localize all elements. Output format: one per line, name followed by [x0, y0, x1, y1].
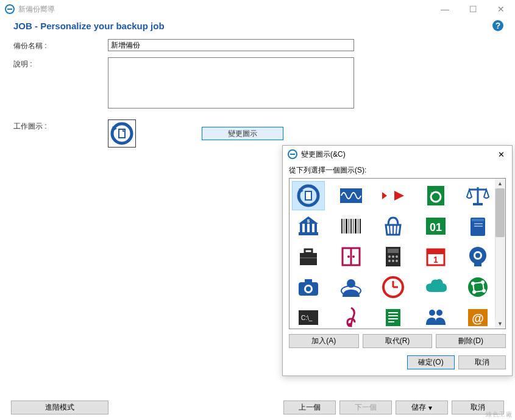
svg-point-51 — [396, 255, 398, 258]
icon-option-camera[interactable] — [292, 272, 325, 302]
icon-option-users-group[interactable] — [419, 303, 452, 329]
icon-option-backup-doc-green[interactable] — [419, 181, 452, 210]
description-input[interactable] — [108, 57, 354, 109]
icon-option-cloud[interactable] — [419, 272, 452, 302]
svg-text:C:\_: C:\_ — [301, 315, 313, 321]
icon-option-document-lines[interactable] — [377, 303, 410, 329]
icon-option-treble-clef[interactable] — [335, 303, 368, 329]
icon-option-command-prompt[interactable]: C:\_ — [292, 303, 325, 329]
svg-rect-63 — [305, 279, 312, 283]
svg-rect-5 — [119, 129, 125, 138]
svg-rect-1 — [7, 9, 12, 10]
svg-rect-83 — [386, 309, 400, 326]
close-button[interactable]: ✕ — [487, 0, 515, 18]
svg-line-31 — [389, 225, 390, 235]
icon-option-at-sign[interactable]: @ — [461, 303, 494, 329]
svg-point-54 — [396, 260, 398, 262]
scroll-down-arrow[interactable]: ▼ — [495, 319, 505, 329]
add-icon-button[interactable]: 加入(A) — [289, 334, 359, 348]
svg-point-50 — [392, 255, 394, 258]
scrollbar-track[interactable]: ▲ ▼ — [495, 179, 505, 329]
window-title: 新備份嚮導 — [18, 4, 431, 15]
svg-rect-9 — [305, 191, 311, 200]
icon-option-arrow-fast[interactable] — [377, 181, 410, 210]
svg-text:?: ? — [495, 21, 501, 30]
icon-option-briefcase[interactable] — [292, 242, 325, 271]
svg-rect-40 — [300, 253, 317, 265]
change-icon-button[interactable]: 變更圖示 — [202, 127, 283, 140]
job-icon-preview — [108, 119, 136, 148]
backup-name-label: 備份名稱 : — [13, 39, 108, 51]
icon-option-clock[interactable] — [377, 272, 410, 302]
svg-text:$: $ — [307, 218, 310, 224]
save-button[interactable]: 儲存▾ — [396, 400, 448, 415]
icon-option-basket[interactable] — [377, 212, 410, 241]
svg-rect-56 — [427, 249, 444, 254]
dropdown-arrow-icon: ▾ — [428, 404, 432, 412]
backup-name-input[interactable] — [108, 39, 354, 51]
help-icon[interactable]: ? — [492, 20, 504, 32]
icon-option-book[interactable] — [461, 212, 494, 241]
svg-rect-17 — [305, 224, 307, 232]
scroll-up-arrow[interactable]: ▲ — [495, 179, 505, 188]
watermark-text: 綠色工廠 — [486, 410, 513, 419]
job-icon-label: 工作圖示 : — [13, 119, 108, 132]
icon-option-calendar[interactable]: 1 — [419, 242, 452, 271]
svg-point-46 — [352, 255, 355, 258]
advanced-mode-button[interactable]: 進階模式 — [11, 400, 108, 415]
svg-rect-22 — [341, 219, 343, 233]
svg-rect-26 — [350, 219, 352, 233]
svg-point-49 — [388, 255, 391, 258]
svg-point-53 — [392, 260, 394, 262]
svg-point-52 — [388, 260, 391, 262]
svg-rect-24 — [346, 219, 347, 233]
icon-list-label: 從下列選擇一個圖示(S): — [289, 165, 506, 176]
wizard-footer: 進階模式 上一個 下一個 儲存▾ 取消 — [11, 400, 504, 415]
svg-point-60 — [475, 253, 480, 258]
svg-point-65 — [306, 287, 311, 291]
svg-point-88 — [429, 310, 435, 316]
svg-rect-28 — [355, 219, 357, 233]
dialog-title: 變更圖示(&C) — [301, 149, 495, 160]
icon-option-bank[interactable]: $ — [292, 212, 325, 241]
svg-rect-15 — [473, 203, 483, 205]
svg-rect-41 — [305, 249, 312, 253]
svg-rect-29 — [358, 219, 358, 233]
icon-option-barcode[interactable] — [335, 212, 368, 241]
delete-icon-button[interactable]: 刪除(D) — [436, 334, 506, 348]
icon-grid: $011C:\_@ — [289, 179, 505, 329]
icon-option-calculator[interactable] — [377, 242, 410, 271]
scrollbar-thumb[interactable] — [495, 188, 505, 237]
svg-point-82 — [348, 323, 352, 327]
svg-point-71 — [468, 277, 488, 297]
svg-rect-61 — [474, 263, 481, 266]
icon-option-user-circle[interactable] — [335, 272, 368, 302]
icon-option-backup-restore[interactable] — [292, 181, 325, 210]
svg-text:1: 1 — [433, 255, 438, 265]
svg-line-33 — [396, 225, 397, 235]
minimize-button[interactable]: — — [431, 0, 459, 18]
next-button: 下一個 — [339, 400, 392, 415]
dialog-ok-button[interactable]: 確定(O) — [407, 355, 455, 369]
icon-option-balance-scale[interactable] — [461, 181, 494, 210]
icon-option-webcam[interactable] — [461, 242, 494, 271]
dialog-cancel-button[interactable]: 取消 — [458, 355, 506, 369]
svg-rect-20 — [299, 232, 318, 235]
svg-rect-7 — [290, 154, 295, 155]
svg-point-89 — [436, 310, 442, 316]
icon-option-audio-wave[interactable] — [335, 181, 368, 210]
maximize-button[interactable]: ☐ — [459, 0, 487, 18]
prev-button[interactable]: 上一個 — [283, 400, 336, 415]
icon-option-binary-01[interactable]: 01 — [419, 212, 452, 241]
icon-option-globe-network[interactable] — [461, 272, 494, 302]
dialog-close-button[interactable]: ✕ — [495, 148, 507, 160]
svg-rect-18 — [310, 224, 312, 232]
window-titlebar: 新備份嚮導 — ☐ ✕ — [0, 0, 515, 18]
svg-rect-48 — [388, 249, 399, 253]
replace-icon-button[interactable]: 取代(R) — [363, 334, 433, 348]
app-icon — [5, 4, 15, 14]
svg-rect-23 — [344, 219, 344, 233]
dialog-app-icon — [288, 149, 297, 159]
icon-option-cabinet[interactable] — [335, 242, 368, 271]
description-label: 說明 : — [13, 57, 108, 69]
